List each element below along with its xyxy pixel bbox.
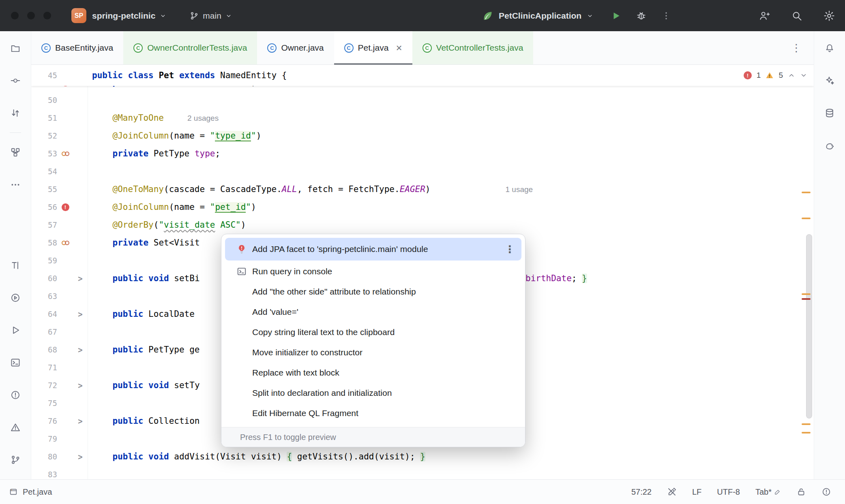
jpa-attribute-gutter-icon[interactable] xyxy=(57,241,73,245)
search-icon[interactable] xyxy=(790,9,804,23)
more-icon[interactable]: ⋮ xyxy=(502,243,517,255)
line-number[interactable]: 60 xyxy=(31,274,57,283)
tab-pet-java[interactable]: C Pet.java × xyxy=(334,31,412,64)
tab-owner-java[interactable]: C Owner.java xyxy=(257,31,334,64)
line-number[interactable]: 75 xyxy=(31,399,57,408)
chevron-up-icon[interactable] xyxy=(788,72,795,79)
git-branch-icon[interactable] xyxy=(2,447,28,473)
line-number[interactable]: 54 xyxy=(31,167,57,176)
error-gutter-icon[interactable]: ! xyxy=(57,203,73,211)
unlock-icon[interactable] xyxy=(796,487,806,497)
stripe-mark[interactable] xyxy=(802,423,811,425)
popup-item[interactable]: Replace with text block xyxy=(221,363,525,383)
code-line-83[interactable]: 83 xyxy=(31,466,814,479)
tab-baseentity-java[interactable]: C BaseEntity.java xyxy=(31,31,123,64)
line-number[interactable]: 71 xyxy=(31,363,57,372)
fold-arrow-icon[interactable]: > xyxy=(73,309,87,319)
structure-icon[interactable] xyxy=(2,139,28,165)
sticky-header-line[interactable]: 45 public class Pet extends NamedEntity … xyxy=(31,65,814,86)
line-number[interactable]: 79 xyxy=(31,434,57,443)
popup-item[interactable]: Add JPA facet to 'spring-petclinic.main'… xyxy=(225,238,521,261)
stripe-mark[interactable] xyxy=(802,293,811,295)
chevron-down-icon[interactable] xyxy=(800,72,807,79)
notifications-bell-icon[interactable] xyxy=(817,35,843,61)
line-separator-widget[interactable]: LF xyxy=(692,487,701,497)
project-selector[interactable]: spring-petclinic xyxy=(92,11,167,21)
debug-button[interactable] xyxy=(634,9,648,23)
fold-arrow-icon[interactable]: > xyxy=(73,451,87,461)
indent-widget[interactable]: Tab* xyxy=(755,487,781,497)
line-number[interactable]: 63 xyxy=(31,292,57,301)
tab-ownercontrollertests-java[interactable]: C OwnerControllerTests.java xyxy=(123,31,257,64)
error-gutter-icon[interactable]: ! xyxy=(57,86,73,86)
pencil-slash-icon[interactable] xyxy=(667,487,677,497)
tab-vetcontrollertests-java[interactable]: C VetControllerTests.java xyxy=(412,31,534,64)
minimize-button[interactable] xyxy=(27,12,35,19)
code-line-56[interactable]: 56! @JoinColumn(name = "pet_id") xyxy=(31,198,814,216)
terminal-icon[interactable] xyxy=(2,350,28,376)
services-icon[interactable] xyxy=(2,285,28,311)
popup-item[interactable]: Split into declaration and initializatio… xyxy=(221,383,525,403)
fold-arrow-icon[interactable]: > xyxy=(73,416,87,426)
code-line-55[interactable]: 55 @OneToMany(cascade = CascadeType.ALL,… xyxy=(31,180,814,198)
stripe-mark[interactable] xyxy=(802,298,811,300)
line-number[interactable]: 76 xyxy=(31,416,57,425)
fullscreen-button[interactable] xyxy=(43,12,51,19)
popup-item[interactable]: Edit Hibernate QL Fragment xyxy=(221,403,525,423)
inspections-widget[interactable]: ! 1 5 xyxy=(744,65,807,86)
run-tool-icon[interactable] xyxy=(2,317,28,343)
more-icon[interactable] xyxy=(659,9,673,23)
code-line-50[interactable]: 50 xyxy=(31,91,814,109)
line-number[interactable]: 80 xyxy=(31,452,57,461)
line-number[interactable]: 67 xyxy=(31,327,57,336)
chevron-down-icon[interactable] xyxy=(586,12,594,19)
line-number[interactable]: 55 xyxy=(31,185,57,194)
run-button[interactable] xyxy=(609,9,623,23)
gradle-icon[interactable] xyxy=(817,132,843,158)
popup-item[interactable]: Add "the other side" attribute to relati… xyxy=(221,282,525,302)
settings-gear-icon[interactable] xyxy=(822,9,836,23)
popup-item[interactable]: Add 'value=' xyxy=(221,302,525,322)
stripe-mark[interactable] xyxy=(802,432,811,434)
branch-selector[interactable]: main xyxy=(189,11,232,21)
project-folder-icon[interactable] xyxy=(2,35,28,61)
line-number[interactable]: 57 xyxy=(31,220,57,229)
code-line-53[interactable]: 53 private PetType type; xyxy=(31,145,814,162)
caret-position-widget[interactable]: 57:22 xyxy=(631,487,652,497)
code-line-partial[interactable]: ! private LocalDate birthDate; xyxy=(31,86,814,91)
warnings-icon[interactable] xyxy=(2,414,28,440)
pull-requests-icon[interactable] xyxy=(2,100,28,126)
problems-icon[interactable] xyxy=(2,382,28,408)
popup-item[interactable]: Copy string literal text to the clipboar… xyxy=(221,322,525,342)
line-number[interactable]: 53 xyxy=(31,149,57,158)
fold-arrow-icon[interactable]: > xyxy=(73,380,87,390)
line-number[interactable]: 52 xyxy=(31,131,57,140)
line-number[interactable]: 59 xyxy=(31,256,57,265)
project-badge[interactable]: SP xyxy=(71,8,86,23)
encoding-widget[interactable]: UTF-8 xyxy=(717,487,740,497)
line-number[interactable]: 50 xyxy=(31,96,57,105)
popup-item[interactable]: Run query in console xyxy=(221,261,525,282)
line-number[interactable]: 56 xyxy=(31,203,57,211)
todo-icon[interactable] xyxy=(2,252,28,278)
code-line-80[interactable]: 80> public void addVisit(Visit visit) { … xyxy=(31,448,814,466)
line-number[interactable]: 83 xyxy=(31,470,57,479)
run-configuration[interactable]: PetClinicApplication xyxy=(499,11,581,21)
close-button[interactable] xyxy=(11,12,19,19)
code-line-54[interactable]: 54 xyxy=(31,162,814,180)
stripe-mark[interactable] xyxy=(802,192,811,193)
tab-options-more-icon[interactable]: ⋮ xyxy=(791,42,802,54)
code-line-57[interactable]: 57 @OrderBy("visit_date ASC") xyxy=(31,216,814,234)
line-number[interactable]: 68 xyxy=(31,345,57,354)
jpa-attribute-gutter-icon[interactable] xyxy=(57,152,73,156)
code-line-51[interactable]: 51 @ManyToOne2 usages xyxy=(31,109,814,127)
close-icon[interactable]: × xyxy=(396,43,402,53)
line-number[interactable]: 64 xyxy=(31,310,57,318)
commit-icon[interactable] xyxy=(2,68,28,94)
popup-item[interactable]: Move initializer to constructor xyxy=(221,342,525,363)
add-user-button[interactable] xyxy=(757,9,771,23)
database-icon[interactable] xyxy=(817,100,843,126)
line-number[interactable]: 58 xyxy=(31,238,57,247)
exclamation-circle-icon[interactable] xyxy=(821,487,831,497)
fold-arrow-icon[interactable]: > xyxy=(73,273,87,283)
